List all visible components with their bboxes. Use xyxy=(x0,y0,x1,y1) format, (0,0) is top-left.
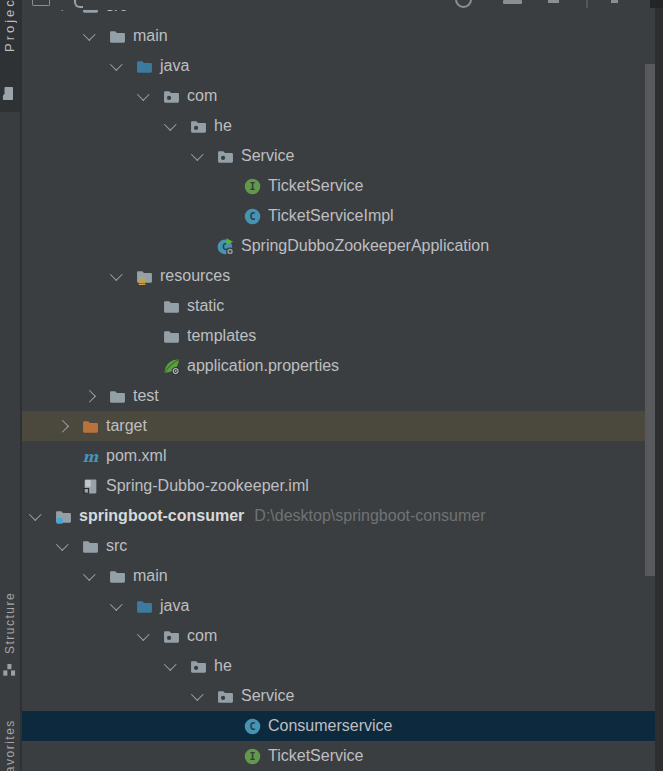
tree-row-label: TicketService xyxy=(268,747,363,765)
chevron-glyph xyxy=(83,390,95,402)
tree-row-label: TicketServiceImpl xyxy=(268,207,394,225)
tree-row-ticketservice[interactable]: ITicketService xyxy=(20,171,655,201)
project-tree: srcmainjavacomheServiceITicketServiceCTi… xyxy=(20,0,655,771)
tree-row-resources[interactable]: resources xyxy=(20,261,655,291)
arrow-spacer xyxy=(217,171,244,201)
chevron-glyph xyxy=(137,88,149,100)
tree-row-java[interactable]: java xyxy=(20,51,655,81)
tree-row-com[interactable]: com xyxy=(20,621,655,651)
arrow-spacer xyxy=(55,441,82,471)
chevron-glyph xyxy=(110,58,122,70)
chevron-down-icon[interactable] xyxy=(190,141,217,171)
more-icon[interactable] xyxy=(611,0,618,3)
main-class-icon: C xyxy=(217,238,234,255)
hide-icon[interactable] xyxy=(503,0,522,4)
tree-row-ticketservice[interactable]: ITicketService xyxy=(20,741,655,771)
tree-row-he[interactable]: he xyxy=(20,111,655,141)
chevron-down-icon[interactable] xyxy=(163,111,190,141)
tree-row-target[interactable]: target xyxy=(20,411,655,441)
chevron-down-icon[interactable] xyxy=(190,681,217,711)
interface-icon: I xyxy=(244,748,261,765)
chevron-down-icon[interactable] xyxy=(136,81,163,111)
package-folder-icon xyxy=(163,628,180,645)
gear-icon[interactable] xyxy=(455,0,472,8)
tree-row-ticketserviceimpl[interactable]: CTicketServiceImpl xyxy=(20,201,655,231)
tree-row-application-properties[interactable]: application.properties xyxy=(20,351,655,381)
arrow-spacer xyxy=(217,741,244,771)
chevron-down-icon[interactable] xyxy=(55,531,82,561)
chevron-down-icon[interactable] xyxy=(109,261,136,291)
chevron-down-icon[interactable] xyxy=(136,621,163,651)
chevron-right-icon[interactable] xyxy=(82,381,109,411)
chevron-glyph xyxy=(83,28,95,40)
tree-row-spring-dubbo-zookeeper-iml[interactable]: Spring-Dubbo-zookeeper.iml xyxy=(20,471,655,501)
arrow-spacer xyxy=(217,711,244,741)
window-icon xyxy=(32,0,50,6)
header-text-sliver xyxy=(74,0,83,8)
tree-row-label: java xyxy=(160,57,189,75)
folder-icon xyxy=(109,28,126,45)
project-folder-icon xyxy=(55,508,72,525)
maven-icon: m xyxy=(82,448,99,465)
folder-icon xyxy=(109,568,126,585)
chevron-glyph xyxy=(110,598,122,610)
tab-project[interactable]: Project xyxy=(0,0,20,72)
package-folder-icon xyxy=(217,688,234,705)
tree-row-label: resources xyxy=(160,267,230,285)
chevron-down-icon[interactable] xyxy=(109,591,136,621)
class-icon: C xyxy=(244,718,261,735)
tree-row-label: com xyxy=(187,627,217,645)
tree-row-consumerservice[interactable]: CConsumerservice xyxy=(20,711,655,741)
tree-row-pom-xml[interactable]: mpom.xml xyxy=(20,441,655,471)
chevron-right-icon[interactable] xyxy=(55,411,82,441)
tree-row-com[interactable]: com xyxy=(20,81,655,111)
tree-row-src[interactable]: src xyxy=(20,531,655,561)
tab-structure[interactable]: Structure xyxy=(0,590,20,656)
tree-row-main[interactable]: main xyxy=(20,21,655,51)
arrow-spacer xyxy=(136,351,163,381)
package-folder-icon xyxy=(163,88,180,105)
panel-edge-notch xyxy=(650,0,663,8)
package-folder-icon xyxy=(190,658,207,675)
tree-row-service[interactable]: Service xyxy=(20,681,655,711)
chevron-glyph xyxy=(56,538,68,550)
chevron-down-icon[interactable] xyxy=(28,501,55,531)
chevron-down-icon[interactable] xyxy=(82,561,109,591)
tree-row-springdubbozookeeperapplication[interactable]: CSpringDubboZookeeperApplication xyxy=(20,231,655,261)
class-icon: C xyxy=(244,208,261,225)
module-iml-icon xyxy=(82,478,99,495)
svg-text:I: I xyxy=(249,751,255,762)
package-folder-icon xyxy=(190,118,207,135)
tree-row-templates[interactable]: templates xyxy=(20,321,655,351)
tree-row-label: application.properties xyxy=(187,357,339,375)
svg-text:m: m xyxy=(83,448,99,465)
tree-row-test[interactable]: test xyxy=(20,381,655,411)
chevron-glyph xyxy=(191,148,203,160)
tree-row-service[interactable]: Service xyxy=(20,141,655,171)
spring-config-icon xyxy=(163,358,180,375)
tree-row-label: pom.xml xyxy=(106,447,166,465)
chevron-down-icon[interactable] xyxy=(109,51,136,81)
chevron-down-icon[interactable] xyxy=(82,21,109,51)
tab-favorites[interactable]: Favorites xyxy=(0,716,20,771)
tree-row-springboot-consumer[interactable]: springboot-consumerD:\desktop\springboot… xyxy=(20,501,655,531)
java-folder-icon xyxy=(136,598,153,615)
tree-row-java[interactable]: java xyxy=(20,591,655,621)
structure-icon xyxy=(2,664,20,677)
chevron-glyph xyxy=(83,568,95,580)
tree-row-he[interactable]: he xyxy=(20,651,655,681)
collapse-icon[interactable] xyxy=(548,0,559,3)
project-tool-window: { "window": { "title": "Project tool win… xyxy=(0,0,663,771)
tree-row-label: main xyxy=(133,27,168,45)
tree-row-main[interactable]: main xyxy=(20,561,655,591)
chevron-down-icon[interactable] xyxy=(163,651,190,681)
tree-row-label: Spring-Dubbo-zookeeper.iml xyxy=(106,477,309,495)
tree-row-label: Service xyxy=(241,687,294,705)
folder-icon xyxy=(109,388,126,405)
tool-window-header xyxy=(20,0,655,10)
folder-icon xyxy=(163,328,180,345)
java-folder-icon xyxy=(136,58,153,75)
tree-row-path: D:\desktop\springboot-consumer xyxy=(254,507,485,525)
chevron-glyph xyxy=(164,658,176,670)
tree-row-static[interactable]: static xyxy=(20,291,655,321)
